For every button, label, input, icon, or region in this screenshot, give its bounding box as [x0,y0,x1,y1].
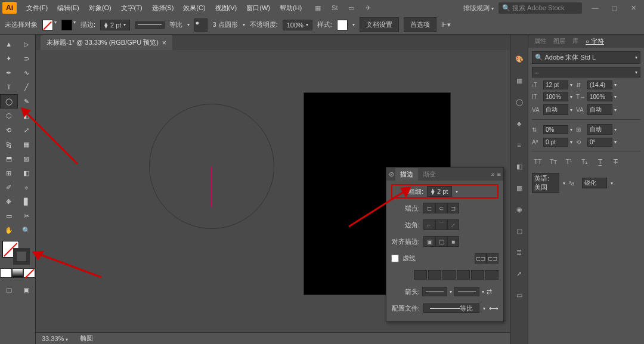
dash-align[interactable]: ⊏⊐ [487,253,499,264]
cap-round[interactable]: ⊂ [435,203,447,213]
panel-menu-icon[interactable]: ≡ [497,171,501,178]
screen-mode-normal[interactable]: ▢ [0,283,18,297]
brush-dropdown-icon[interactable]: ▾ [243,22,245,27]
fill-swatch[interactable] [42,20,53,30]
close-icon[interactable]: × [162,39,166,47]
slice-tool[interactable]: ✂ [18,209,36,223]
opacity-stepper[interactable]: 100% ▾ [283,20,312,30]
bridge-icon[interactable]: ▦ [312,2,323,13]
corner-bevel[interactable]: ⟋ [447,219,459,230]
fill-stroke-control[interactable] [0,241,35,265]
menu-window[interactable]: 窗口(W) [242,1,275,15]
brushes-panel-icon[interactable]: ◯ [513,95,526,109]
lasso-tool[interactable]: ⊃ [18,51,36,66]
doc-setup-button[interactable]: 文档设置 [360,17,399,32]
tab-properties[interactable]: 属性 [531,35,550,47]
swatches-panel-icon[interactable]: ▦ [513,74,526,87]
zoom-tool[interactable]: 🔍 [18,223,36,237]
swap-arrows-icon[interactable]: ⇄ [487,288,492,296]
language-select[interactable]: 英语: 美国 [532,173,559,193]
line-tool[interactable]: ╱ [18,80,36,94]
brush-preview[interactable]: ● [194,18,208,32]
arrow-end[interactable] [454,287,479,296]
appearance-panel-icon[interactable]: ◉ [513,203,526,216]
gap-1[interactable] [428,270,441,280]
rotate-tool[interactable]: ⟲ [0,123,18,137]
artboard-tool[interactable]: ▭ [0,209,18,223]
flip-icon[interactable]: ⟷ [489,305,499,312]
align-outside[interactable]: ■ [447,236,459,247]
zoom-level[interactable]: 33.33% ▾ [42,335,68,342]
free-transform-tool[interactable]: ▦ [18,137,36,151]
collapse-icon[interactable]: » [491,171,494,178]
superscript-button[interactable]: T¹ [563,158,575,168]
workspace-switcher[interactable]: 排版规则 ▾ [459,4,499,13]
hand-tool[interactable]: ✋ [0,223,18,237]
minimize-button[interactable]: — [587,2,603,14]
menu-help[interactable]: 帮助(H) [275,1,306,15]
arrow-start[interactable] [422,287,447,296]
tsume-input[interactable]: 自动 [587,124,612,135]
stroke-dropdown-icon[interactable]: ▾ [73,20,76,30]
dash-2[interactable] [442,270,456,280]
tab-libraries[interactable]: 库 [569,35,582,47]
leading-input[interactable]: (14.4) [587,80,612,89]
type-tool[interactable]: T [0,80,18,94]
stroke-swatch[interactable] [61,20,72,30]
graphic-styles-icon[interactable]: ▢ [513,224,526,237]
document-tab[interactable]: 未标题-1* @ 33.33% (RGB/GPU 预览) × [41,35,172,50]
shaper-tool[interactable]: ⬡ [0,109,18,123]
smallcaps-button[interactable]: Tᴛ [547,158,559,168]
kerning-input[interactable]: 自动 [543,104,568,115]
perspective-tool[interactable]: ▨ [18,151,36,166]
antialiasing-select[interactable]: 锐化 [582,178,607,188]
prefs-button[interactable]: 首选项 [404,17,436,32]
arrange-icon[interactable]: ▭ [346,2,357,13]
profile-select[interactable]: 等比 [423,303,479,313]
width-tool[interactable]: ⧎ [0,137,18,151]
align-inside[interactable]: ▢ [435,236,447,247]
menu-file[interactable]: 文件(F) [21,1,52,15]
dash-preserve[interactable]: ⊏⊐ [475,253,487,264]
symbol-tool[interactable]: ❋ [0,194,18,209]
maximize-button[interactable]: ▢ [606,2,623,14]
gap-3[interactable] [485,270,499,280]
gradient-tool[interactable]: ◧ [18,166,36,180]
hscale-input[interactable]: 100% [587,92,612,101]
shape-builder-tool[interactable]: ⬒ [0,151,18,166]
artboards-panel-icon[interactable]: ▭ [513,289,526,302]
rotation-input[interactable]: 0° [587,138,612,147]
direct-selection-tool[interactable]: ▷ [18,37,36,51]
asset-export-icon[interactable]: ↗ [513,267,526,280]
mesh-tool[interactable]: ⊞ [0,166,18,180]
profile-dropdown-icon[interactable]: ▾ [187,22,190,27]
corner-miter[interactable]: ⌐ [423,219,435,230]
gradient-panel-icon[interactable]: ◧ [513,160,526,173]
subscript-button[interactable]: T₁ [578,158,590,168]
gap-2[interactable] [457,270,470,280]
eyedropper-tool[interactable]: ✐ [0,180,18,194]
ellipse-shape[interactable] [149,104,274,229]
menu-effect[interactable]: 效果(C) [178,1,210,15]
screen-mode-full[interactable]: ▣ [18,283,36,297]
ellipse-tool[interactable]: ◯ [0,94,18,109]
menu-view[interactable]: 视图(V) [210,1,242,15]
stroke-tab[interactable]: 描边 [395,168,418,181]
tab-character[interactable]: ○ 字符 [582,35,608,48]
shift-input[interactable]: 0 pt [543,138,568,147]
dash-1[interactable] [414,270,427,280]
gpu-icon[interactable]: ✈ [363,2,373,13]
tracking-input[interactable]: 自动 [587,104,612,115]
stroke-panel-icon[interactable]: ≡ [513,138,526,151]
close-button[interactable]: ✕ [625,2,642,14]
allcaps-button[interactable]: TT [532,158,544,168]
menu-type[interactable]: 文字(T) [116,1,147,15]
corner-round[interactable]: ⌒ [435,219,447,230]
scale-tool[interactable]: ⤢ [18,123,36,137]
weight-dropdown-icon[interactable]: ▾ [456,189,458,194]
baseline-input[interactable]: 0% [543,125,568,134]
align-icon[interactable]: ⊩▾ [441,21,451,29]
cap-square[interactable]: ⊐ [447,203,459,213]
eraser-tool[interactable]: ◧ [18,109,36,123]
curvature-tool[interactable]: ∿ [18,66,36,80]
